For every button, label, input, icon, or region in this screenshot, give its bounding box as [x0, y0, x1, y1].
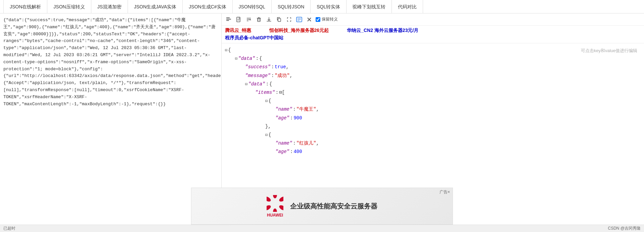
svg-point-26	[267, 195, 272, 202]
save-checkbox-label: 保留转义	[322, 16, 338, 22]
svg-rect-14	[278, 18, 281, 22]
save-escape-checkbox[interactable]	[316, 17, 320, 22]
json-key-data[interactable]: "data"	[238, 54, 255, 63]
nav-json-parse[interactable]: JSON在线解析	[3, 0, 47, 13]
nav-js-obfuscate[interactable]: JS混淆加密	[91, 0, 128, 13]
download-icon[interactable]	[265, 16, 273, 23]
bottom-ad-banner: HUAWEI 企业级高性能高安全云服务器 广告×	[191, 188, 453, 225]
svg-point-24	[273, 208, 277, 212]
ad-tencent[interactable]: 腾讯云_特惠	[225, 28, 251, 34]
save-checkbox-container[interactable]: 保留转义	[316, 16, 338, 22]
huawei-logo: HUAWEI	[267, 195, 283, 218]
json-key-item1-name[interactable]: "name"	[275, 105, 292, 114]
json-success-line: "success" : true ,	[225, 63, 641, 71]
svg-point-23	[278, 204, 283, 211]
delete-icon[interactable]	[255, 16, 263, 23]
json-val-item1-age[interactable]: 900	[293, 114, 302, 122]
status-right: CSDN @吉冈秀隆	[608, 226, 641, 231]
svg-rect-3	[237, 17, 240, 22]
json-key-data2[interactable]: "data"	[248, 80, 265, 88]
svg-rect-0	[226, 17, 230, 18]
bottom-ad-close[interactable]: 广告×	[440, 189, 450, 195]
nav-camel-underscore[interactable]: 驼峰下划线互转	[347, 0, 392, 13]
nav-json-compress[interactable]: JSON压缩转义	[47, 0, 91, 13]
bottom-ad-main-text: 企业级高性能高安全云服务器	[290, 202, 377, 211]
json-item2-age-line: "age" : 400	[225, 148, 641, 156]
nav-sql-json[interactable]: SQL转JSON	[272, 0, 311, 13]
ad-separator-2	[335, 28, 340, 34]
bottom-ad-content: HUAWEI 企业级高性能高安全云服务器	[267, 195, 377, 218]
svg-rect-9	[258, 18, 260, 22]
json-expand-icon[interactable]	[295, 16, 303, 23]
json-key-success[interactable]: "success"	[245, 63, 271, 71]
json-key-items[interactable]: "items"	[255, 88, 275, 97]
json-message-line: "message" : "成功" ,	[225, 72, 641, 80]
json-data-key-line: ⊟ "data" : {	[225, 54, 641, 63]
nav-json-sql[interactable]: JSON转SQL	[233, 0, 272, 13]
nav-json-java[interactable]: JSON生成JAVA实体	[128, 0, 183, 13]
ad-line-1: 腾讯云_特惠 恒创科技_海外服务器26元起 华纳云_CN2 海外云服务器23元/…	[225, 28, 641, 34]
json-key-message[interactable]: "message"	[245, 72, 271, 80]
collapse-item2[interactable]: ⊟	[265, 132, 268, 139]
ad-hengchuang[interactable]: 恒创科技_海外服务器26元起	[269, 28, 329, 34]
status-left: 已超时	[3, 226, 15, 231]
json-val-item1-name[interactable]: "牛魔王"	[296, 105, 316, 114]
nav-sql-entity[interactable]: SQL转实体	[311, 0, 347, 13]
sort-icon[interactable]	[245, 16, 252, 23]
collapse-data2[interactable]: ⊟	[245, 81, 247, 88]
nav-json-csharp[interactable]: JSON生成C#实体	[183, 0, 232, 13]
copy-icon[interactable]	[275, 16, 283, 23]
json-item1-name-line: "name" : "牛魔王" ,	[225, 105, 641, 114]
json-key-item1-age[interactable]: "age"	[275, 114, 289, 122]
json-item2-open: ⊟ {	[225, 131, 641, 139]
json-item1-age-line: "age" : 900	[225, 114, 641, 122]
ad-huanayun[interactable]: 华纳云_CN2 海外云服务器23元/月	[347, 28, 418, 34]
svg-point-21	[273, 195, 277, 198]
raw-json-text: {"data":{"success":true,"message":"成功","…	[3, 17, 222, 107]
nav-code-diff[interactable]: 代码对比	[392, 0, 423, 13]
json-item1-close: },	[225, 122, 641, 131]
top-navigation: JSON在线解析 JSON压缩转义 JS混淆加密 JSON生成JAVA实体 JS…	[0, 0, 644, 13]
ad-line-2[interactable]: 程序员必备-chatGPT中国站	[225, 35, 641, 41]
collapse-item1[interactable]: ⊟	[265, 98, 268, 105]
edit-hint: 可点击key和value值进行编辑	[581, 47, 637, 54]
json-key-item2-name[interactable]: "name"	[275, 139, 292, 148]
collapse-root[interactable]: ⊟	[225, 47, 227, 54]
expand-icon[interactable]	[285, 16, 293, 23]
collapse-data[interactable]: ⊟	[235, 55, 237, 63]
svg-rect-2	[226, 20, 229, 21]
status-bar: 已超时 CSDN @吉冈秀隆	[0, 225, 644, 232]
file-icon[interactable]	[235, 16, 242, 23]
ads-area: 腾讯云_特惠 恒创科技_海外服务器26元起 华纳云_CN2 海外云服务器23元/…	[222, 26, 644, 43]
json-items-key-line: "items" : ⊟[	[225, 88, 641, 97]
json-val-item2-name[interactable]: "红孩儿"	[296, 139, 316, 148]
json-item2-name-line: "name" : "红孩儿" ,	[225, 139, 641, 148]
left-panel-raw-json[interactable]: {"data":{"success":true,"message":"成功","…	[0, 13, 222, 225]
svg-point-25	[267, 204, 272, 211]
ad-separator-1	[258, 28, 263, 34]
close-icon[interactable]	[306, 16, 313, 23]
json-data2-key-line: ⊟ "data" : {	[225, 80, 641, 88]
svg-point-22	[278, 195, 283, 202]
json-val-message[interactable]: "成功"	[275, 72, 290, 80]
json-root-open: ⊟ {	[225, 46, 641, 54]
json-key-item2-age[interactable]: "age"	[275, 148, 289, 156]
format-icon[interactable]	[225, 16, 232, 23]
huawei-text: HUAWEI	[267, 213, 283, 218]
json-val-success[interactable]: true	[275, 63, 286, 71]
svg-rect-1	[226, 19, 231, 20]
json-item1-open: ⊟ {	[225, 97, 641, 105]
json-val-item2-age[interactable]: 400	[293, 148, 302, 156]
right-toolbar: 保留转义	[222, 13, 644, 26]
